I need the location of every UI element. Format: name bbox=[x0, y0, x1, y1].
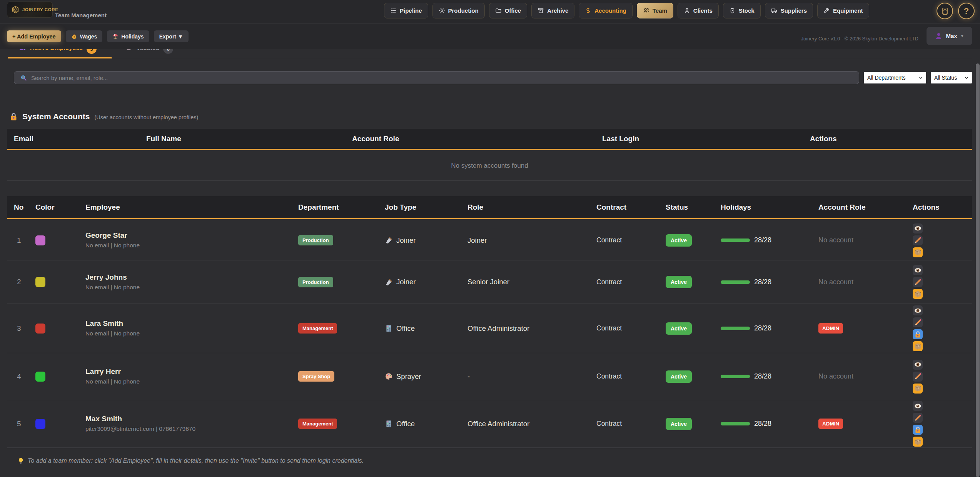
nav-stock[interactable]: Stock bbox=[723, 3, 761, 18]
svg-text:$: $ bbox=[73, 35, 75, 38]
col-department: Department bbox=[298, 196, 339, 218]
row-number: 3 bbox=[17, 304, 21, 353]
holiday-progress-bar bbox=[721, 422, 750, 425]
status-badge: Active bbox=[666, 276, 692, 288]
count-badge: 5 bbox=[87, 49, 97, 54]
holiday-count: 28/28 bbox=[754, 372, 771, 380]
credentials-button[interactable] bbox=[913, 425, 923, 435]
holiday-count: 28/28 bbox=[754, 278, 771, 286]
nav-clients[interactable]: Clients bbox=[678, 3, 719, 18]
view-button[interactable] bbox=[913, 265, 923, 275]
edit-button[interactable] bbox=[913, 317, 923, 327]
help-button[interactable]: ? bbox=[958, 3, 975, 19]
list-icon bbox=[390, 7, 397, 14]
view-button[interactable] bbox=[913, 401, 923, 411]
col-holidays: Holidays bbox=[721, 196, 751, 218]
user-icon bbox=[935, 32, 943, 40]
view-button[interactable] bbox=[913, 223, 923, 233]
nav-pipeline[interactable]: Pipeline bbox=[384, 3, 428, 18]
role: Office Administrator bbox=[467, 400, 529, 447]
wages-button[interactable]: $Wages bbox=[66, 30, 103, 42]
archive-button[interactable] bbox=[913, 341, 923, 351]
beach-icon bbox=[112, 33, 119, 40]
edit-button[interactable] bbox=[913, 277, 923, 287]
main-nav: PipelineProductionOfficeArchiveAccountin… bbox=[384, 3, 869, 18]
nav-suppliers[interactable]: Suppliers bbox=[765, 3, 813, 18]
account-role-badge: ADMIN bbox=[818, 323, 843, 334]
employee-row: 3Lara SmithNo email | No phoneManagement… bbox=[7, 304, 972, 353]
account-role: No account bbox=[818, 260, 853, 304]
employee-contact: piter3009@btinternet.com | 07861779670 bbox=[85, 425, 195, 433]
sys-col-last-login: Last Login bbox=[602, 129, 639, 149]
employee-row: 5Max Smithpiter3009@btinternet.com | 078… bbox=[7, 400, 972, 448]
employees-icon bbox=[19, 49, 26, 52]
departments-filter[interactable]: All Departments bbox=[864, 72, 926, 83]
nav-office[interactable]: Office bbox=[489, 3, 528, 18]
view-button[interactable] bbox=[913, 305, 923, 315]
role: - bbox=[467, 353, 470, 400]
employee-name: Lara Smith bbox=[85, 319, 140, 328]
job-type: Joiner bbox=[396, 236, 416, 245]
view-button[interactable] bbox=[913, 360, 923, 370]
team-table-header: NoColorEmployeeDepartmentJob TypeRoleCon… bbox=[7, 196, 972, 219]
system-accounts-title: System Accounts bbox=[22, 112, 90, 121]
saw-icon bbox=[385, 236, 393, 244]
moneybag-icon: $ bbox=[71, 33, 77, 40]
tab-active-employees[interactable]: Active Employees 5 bbox=[19, 49, 97, 52]
holidays-button[interactable]: Holidays bbox=[107, 30, 149, 42]
holiday-count: 28/28 bbox=[754, 324, 771, 332]
system-accounts-empty: No system accounts found bbox=[7, 151, 972, 181]
person-icon bbox=[684, 7, 690, 14]
credentials-button[interactable] bbox=[913, 329, 923, 339]
employee-contact: No email | No phone bbox=[85, 377, 140, 386]
department-badge: Spray Shop bbox=[298, 371, 334, 382]
chevron-down-icon bbox=[964, 75, 969, 80]
toolbar: + Add Employee $Wages Holidays Export ▼ … bbox=[0, 23, 980, 49]
holiday-count: 28/28 bbox=[754, 420, 771, 428]
edit-button[interactable] bbox=[913, 413, 923, 423]
nav-team[interactable]: Team bbox=[637, 3, 673, 18]
logo: JOINERY CORE bbox=[7, 2, 53, 18]
job-type: Office bbox=[396, 420, 415, 428]
calculator-button[interactable] bbox=[937, 3, 953, 19]
color-swatch bbox=[35, 324, 45, 334]
truck-icon bbox=[771, 7, 778, 14]
user-menu-button[interactable]: Max ▼ bbox=[927, 27, 972, 45]
logo-hexagon-icon bbox=[11, 5, 20, 14]
export-button[interactable]: Export ▼ bbox=[154, 30, 189, 42]
holiday-progress-bar bbox=[721, 375, 750, 378]
sys-col-email: Email bbox=[14, 129, 33, 149]
chevron-down-icon: ▼ bbox=[960, 34, 964, 38]
holiday-progress-bar bbox=[721, 239, 750, 242]
archive-button[interactable] bbox=[913, 247, 923, 257]
palette-icon bbox=[385, 372, 393, 380]
archive-button[interactable] bbox=[913, 437, 923, 447]
nav-production[interactable]: Production bbox=[432, 3, 485, 18]
job-type: Sprayer bbox=[396, 372, 421, 381]
employee-contact: No email | No phone bbox=[85, 241, 140, 250]
nav-equipment[interactable]: Equipment bbox=[817, 3, 869, 18]
tabs: Active Employees 5 Vacated 0 bbox=[7, 49, 972, 58]
nav-archive[interactable]: Archive bbox=[531, 3, 574, 18]
col-contract: Contract bbox=[596, 196, 626, 218]
status-filter[interactable]: All Status bbox=[931, 72, 972, 83]
content: Active Employees 5 Vacated 0 All Departm… bbox=[0, 49, 980, 477]
row-number: 2 bbox=[17, 260, 21, 304]
lock-icon bbox=[10, 112, 18, 121]
scrollbar-thumb[interactable] bbox=[976, 63, 980, 477]
archive-button[interactable] bbox=[913, 384, 923, 394]
contract: Contract bbox=[596, 304, 622, 353]
search-input[interactable] bbox=[14, 72, 859, 84]
edit-button[interactable] bbox=[913, 372, 923, 382]
archive-button[interactable] bbox=[913, 289, 923, 299]
tab-vacated[interactable]: Vacated 0 bbox=[125, 49, 173, 52]
edit-button[interactable] bbox=[913, 235, 923, 245]
wrench-icon bbox=[823, 7, 830, 14]
col-status: Status bbox=[666, 196, 688, 218]
add-employee-button[interactable]: + Add Employee bbox=[7, 30, 61, 42]
version-text: Joinery Core v1.0 - © 2026 Skylon Develo… bbox=[801, 36, 918, 42]
chevron-down-icon bbox=[918, 75, 923, 80]
color-swatch bbox=[35, 277, 45, 287]
department-badge: Production bbox=[298, 235, 333, 245]
nav-accounting[interactable]: Accounting bbox=[579, 3, 633, 18]
